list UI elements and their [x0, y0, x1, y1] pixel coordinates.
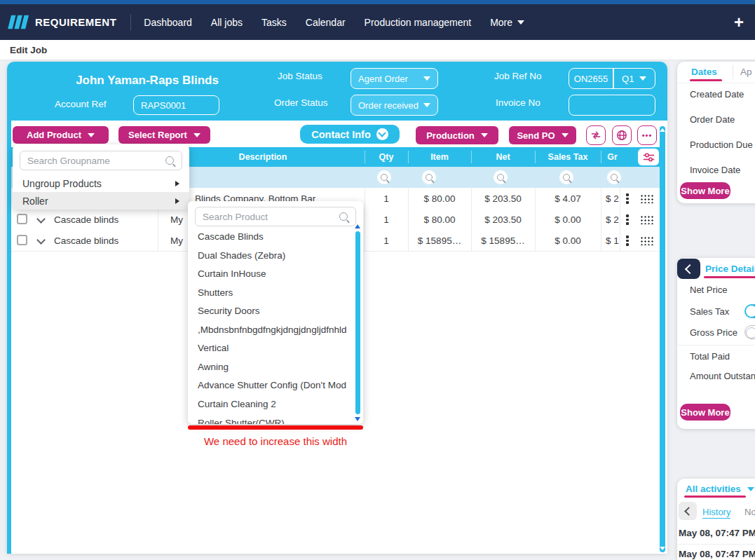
send-po-button[interactable]: Send PO — [509, 126, 576, 144]
dates-item: Production Due Dat — [690, 139, 755, 150]
activity-timestamp: May 08, 07:47 PM — [679, 528, 755, 538]
collapse-panel-button[interactable] — [677, 259, 700, 279]
more-actions-button[interactable]: ••• — [637, 125, 657, 145]
sales-tax-toggle[interactable] — [744, 304, 755, 318]
product-option[interactable]: Curtain InHouse — [198, 264, 346, 282]
breadcrumb-bar: Edit Job — [0, 40, 755, 60]
group-search-input[interactable] — [20, 151, 182, 170]
row-menu-button[interactable] — [626, 235, 629, 246]
invoice-no-field[interactable] — [569, 95, 655, 116]
tab-dates[interactable]: Dates — [691, 67, 717, 77]
job-status-value: Agent Order — [358, 74, 408, 84]
col-description[interactable]: Description — [196, 147, 329, 167]
account-ref-field[interactable] — [133, 95, 219, 115]
col-net[interactable]: Net — [471, 147, 535, 167]
job-ref-quarter-select[interactable]: Q1 — [614, 69, 655, 88]
scroll-thumb[interactable] — [355, 231, 360, 414]
chevron-down-icon — [423, 103, 430, 107]
search-icon — [165, 156, 174, 165]
row-expand-chevron-icon[interactable] — [36, 235, 46, 245]
sales-tax-filter-search[interactable] — [559, 170, 573, 184]
price-show-more-button[interactable]: Show More — [680, 404, 730, 421]
column-settings-button[interactable] — [638, 149, 659, 165]
product-search-input[interactable] — [195, 207, 356, 226]
brand-logo-icon — [7, 13, 29, 32]
job-ref-box: ON2655 Q1 — [569, 68, 655, 89]
nav-dashboard[interactable]: Dashboard — [144, 17, 192, 28]
scroll-up-icon[interactable] — [355, 224, 360, 228]
activities-panel: All activities History No May 08, 07:47 … — [677, 479, 755, 560]
row-expand-chevron-icon[interactable] — [36, 214, 46, 224]
product-option[interactable]: Curtain Cleaning 2 — [198, 395, 346, 413]
contact-info-button[interactable]: Contact Info — [300, 125, 400, 144]
product-option[interactable]: Roller Shutter(CWR) — [198, 414, 346, 424]
row-sales-tax: $ 4.07 — [535, 188, 601, 209]
product-menu-scrollbar[interactable] — [355, 224, 361, 421]
search-icon — [381, 174, 388, 181]
add-new-button[interactable]: + — [734, 14, 744, 31]
add-product-button[interactable]: Add Product — [13, 126, 109, 144]
invoice-no-label: Invoice No — [496, 97, 540, 108]
product-option[interactable]: Dual Shades (Zebra) — [198, 246, 346, 264]
nav-tasks[interactable]: Tasks — [261, 17, 287, 28]
tab-notes[interactable]: No — [744, 507, 755, 517]
row-drag-handle-icon[interactable] — [640, 215, 653, 224]
row-item-price: $ 15895… — [408, 230, 471, 251]
row-menu-button[interactable] — [626, 214, 629, 225]
row-menu-button[interactable] — [626, 193, 629, 204]
menu-item-ungroup-products[interactable]: Ungroup Products — [13, 175, 189, 192]
qty-filter-search[interactable] — [377, 170, 391, 184]
globe-button[interactable] — [612, 125, 632, 145]
net-filter-search[interactable] — [494, 170, 508, 184]
dates-item: Created Date — [690, 89, 744, 100]
scroll-down-icon[interactable] — [355, 417, 360, 421]
col-sales-tax[interactable]: Sales Tax — [535, 147, 601, 167]
row-drag-handle-icon[interactable] — [640, 194, 653, 203]
dates-show-more-button[interactable]: Show More — [680, 182, 730, 199]
row-checkbox[interactable] — [17, 235, 27, 245]
product-option[interactable]: ,Mbdnsbnfnbgdfngkjdngjdngljdfnhld… — [198, 320, 346, 339]
table-scrollbar[interactable] — [660, 126, 665, 552]
chevron-down-icon — [517, 20, 524, 25]
menu-item-roller[interactable]: Roller — [13, 192, 189, 210]
row-product-name: Cascade blinds — [54, 230, 118, 251]
nav-calendar[interactable]: Calendar — [306, 17, 346, 28]
scroll-down-icon[interactable] — [660, 547, 665, 550]
price-item: Net Price — [690, 285, 727, 295]
product-option[interactable]: Shutters — [198, 283, 346, 301]
order-status-select[interactable]: Order received — [351, 95, 438, 116]
product-option[interactable]: Security Doors — [198, 301, 346, 320]
col-gross[interactable]: Gr — [601, 147, 624, 167]
activities-back-button[interactable] — [679, 502, 697, 520]
row-net: $ 15895… — [471, 230, 535, 251]
gross-price-toggle[interactable] — [744, 325, 755, 339]
scroll-up-icon[interactable] — [660, 128, 665, 132]
col-item[interactable]: Item — [408, 147, 471, 167]
sync-icon — [590, 131, 601, 139]
sync-button[interactable] — [586, 125, 606, 145]
nav-more[interactable]: More — [490, 17, 524, 28]
item-filter-search[interactable] — [422, 170, 436, 184]
product-option[interactable]: Cascade Blinds — [198, 227, 346, 245]
gross-filter-search[interactable] — [607, 170, 621, 184]
product-option[interactable]: Awning — [198, 357, 346, 376]
nav-all-jobs[interactable]: All jobs — [211, 17, 243, 28]
search-icon — [426, 174, 433, 181]
product-option[interactable]: Vertical — [198, 339, 346, 357]
row-checkbox[interactable] — [17, 214, 27, 224]
price-item: Total Paid — [690, 351, 730, 362]
price-details-title: Price Details — [705, 264, 755, 274]
select-report-button[interactable]: Select Report — [118, 126, 210, 144]
col-qty[interactable]: Qty — [365, 147, 408, 167]
activities-filter-select[interactable]: All activities — [686, 484, 741, 494]
job-status-select[interactable]: Agent Order — [351, 68, 438, 89]
product-option[interactable]: Advance Shutter Config (Don't Modif… — [198, 376, 346, 394]
chevron-down-icon[interactable] — [747, 487, 754, 491]
tab-history[interactable]: History — [702, 507, 730, 519]
row-drag-handle-icon[interactable] — [640, 236, 653, 245]
production-button[interactable]: Production — [416, 126, 498, 144]
tab-appointments[interactable]: Ap — [740, 67, 752, 77]
send-po-label: Send PO — [517, 130, 555, 141]
activity-timestamp: May 08, 07:47 PM — [679, 549, 755, 559]
nav-production-management[interactable]: Production management — [365, 17, 472, 28]
